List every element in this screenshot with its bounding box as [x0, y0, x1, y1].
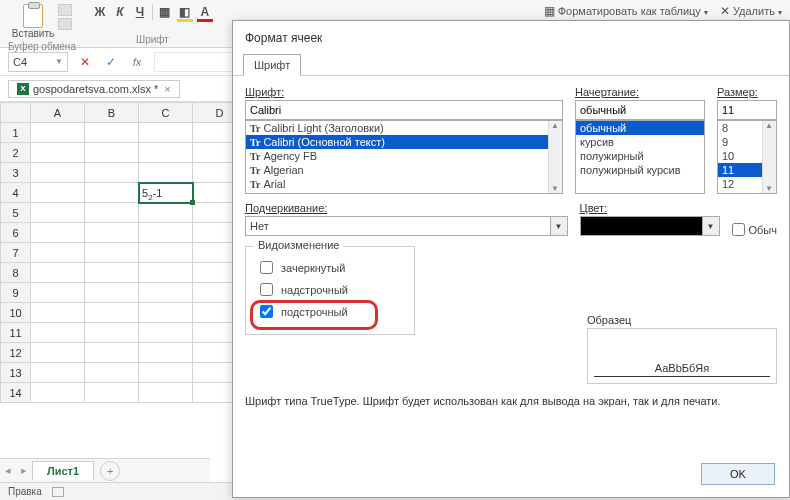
- list-item[interactable]: TrAgency FB: [246, 149, 562, 163]
- fill-color-button[interactable]: ◧: [177, 4, 193, 20]
- cell[interactable]: [139, 243, 193, 263]
- cell[interactable]: [31, 343, 85, 363]
- underline-combo[interactable]: Нет ▼: [245, 216, 568, 236]
- color-combo[interactable]: ▼: [580, 216, 720, 236]
- cell[interactable]: [31, 223, 85, 243]
- cell[interactable]: [139, 343, 193, 363]
- superscript-checkbox[interactable]: надстрочный: [256, 280, 404, 299]
- italic-button[interactable]: К: [112, 4, 128, 20]
- cell[interactable]: [85, 343, 139, 363]
- scrollbar[interactable]: [762, 121, 776, 193]
- row-header[interactable]: 8: [1, 263, 31, 283]
- cell[interactable]: [139, 283, 193, 303]
- cell[interactable]: [139, 303, 193, 323]
- cell[interactable]: [85, 323, 139, 343]
- cell[interactable]: [31, 143, 85, 163]
- cell[interactable]: [139, 263, 193, 283]
- border-button[interactable]: ▦: [157, 4, 173, 20]
- list-item[interactable]: TrAlgerian: [246, 163, 562, 177]
- font-listbox[interactable]: TrCalibri Light (Заголовки)TrCalibri (Ос…: [245, 120, 563, 194]
- ok-button[interactable]: OK: [701, 463, 775, 485]
- column-header[interactable]: B: [85, 103, 139, 123]
- cell[interactable]: [31, 243, 85, 263]
- sheet-nav-next[interactable]: ▸: [16, 464, 32, 477]
- normal-font-checkbox[interactable]: Обыч: [732, 223, 778, 236]
- name-box[interactable]: C4▼: [8, 52, 68, 72]
- row-header[interactable]: 4: [1, 183, 31, 203]
- row-header[interactable]: 14: [1, 383, 31, 403]
- list-item[interactable]: полужирный: [576, 149, 704, 163]
- cell[interactable]: [139, 123, 193, 143]
- cut-icon[interactable]: [58, 4, 72, 16]
- cell[interactable]: [139, 223, 193, 243]
- cell[interactable]: [31, 363, 85, 383]
- size-listbox[interactable]: 8910111214: [717, 120, 777, 194]
- cell[interactable]: [139, 203, 193, 223]
- list-item[interactable]: TrArial: [246, 177, 562, 191]
- cell[interactable]: [85, 223, 139, 243]
- cell[interactable]: [85, 183, 139, 203]
- cell[interactable]: [139, 383, 193, 403]
- cell[interactable]: [31, 123, 85, 143]
- list-item[interactable]: обычный: [576, 121, 704, 135]
- cell[interactable]: [85, 303, 139, 323]
- row-header[interactable]: 7: [1, 243, 31, 263]
- select-all-corner[interactable]: [1, 103, 31, 123]
- copy-icon[interactable]: [58, 18, 72, 30]
- scrollbar[interactable]: [548, 121, 562, 193]
- cell[interactable]: [139, 363, 193, 383]
- subscript-checkbox[interactable]: подстрочный: [256, 302, 404, 321]
- cell[interactable]: [85, 203, 139, 223]
- font-input[interactable]: [245, 100, 563, 120]
- row-header[interactable]: 11: [1, 323, 31, 343]
- cell[interactable]: [85, 143, 139, 163]
- cell[interactable]: [85, 283, 139, 303]
- cancel-edit-button[interactable]: ✕: [76, 53, 94, 71]
- bold-button[interactable]: Ж: [92, 4, 108, 20]
- cell[interactable]: 52-1: [139, 183, 193, 203]
- insert-function-button[interactable]: fx: [128, 53, 146, 71]
- cell[interactable]: [85, 163, 139, 183]
- macro-icon[interactable]: [52, 487, 64, 497]
- cell[interactable]: [85, 383, 139, 403]
- format-as-table-button[interactable]: ▦Форматировать как таблицу ▾: [544, 4, 708, 18]
- column-header[interactable]: C: [139, 103, 193, 123]
- add-sheet-button[interactable]: +: [100, 461, 120, 481]
- cell[interactable]: [85, 123, 139, 143]
- list-item[interactable]: полужирный курсив: [576, 163, 704, 177]
- list-item[interactable]: TrCalibri (Основной текст): [246, 135, 562, 149]
- row-header[interactable]: 6: [1, 223, 31, 243]
- paste-button[interactable]: Вставить: [12, 4, 54, 39]
- list-item[interactable]: курсив: [576, 135, 704, 149]
- list-item[interactable]: TrArial Black: [246, 191, 562, 194]
- cell[interactable]: [139, 163, 193, 183]
- cell[interactable]: [31, 303, 85, 323]
- row-header[interactable]: 1: [1, 123, 31, 143]
- confirm-edit-button[interactable]: ✓: [102, 53, 120, 71]
- row-header[interactable]: 2: [1, 143, 31, 163]
- size-input[interactable]: [717, 100, 777, 120]
- row-header[interactable]: 5: [1, 203, 31, 223]
- cell[interactable]: [31, 203, 85, 223]
- sheet-nav-prev[interactable]: ◂: [0, 464, 16, 477]
- cell[interactable]: [139, 323, 193, 343]
- style-input[interactable]: [575, 100, 705, 120]
- row-header[interactable]: 12: [1, 343, 31, 363]
- close-workbook-button[interactable]: ×: [164, 83, 170, 95]
- tab-font[interactable]: Шрифт: [243, 54, 301, 76]
- row-header[interactable]: 10: [1, 303, 31, 323]
- cell[interactable]: [31, 263, 85, 283]
- cell[interactable]: [31, 183, 85, 203]
- cell[interactable]: [85, 243, 139, 263]
- sheet-tab[interactable]: Лист1: [32, 461, 94, 480]
- list-item[interactable]: TrCalibri Light (Заголовки): [246, 121, 562, 135]
- cell[interactable]: [31, 323, 85, 343]
- cell[interactable]: [31, 383, 85, 403]
- workbook-tab[interactable]: X gospodaretsva.com.xlsx * ×: [8, 80, 180, 98]
- cell[interactable]: [85, 263, 139, 283]
- cell[interactable]: [85, 363, 139, 383]
- cell[interactable]: [31, 283, 85, 303]
- row-header[interactable]: 13: [1, 363, 31, 383]
- cell[interactable]: [139, 143, 193, 163]
- column-header[interactable]: A: [31, 103, 85, 123]
